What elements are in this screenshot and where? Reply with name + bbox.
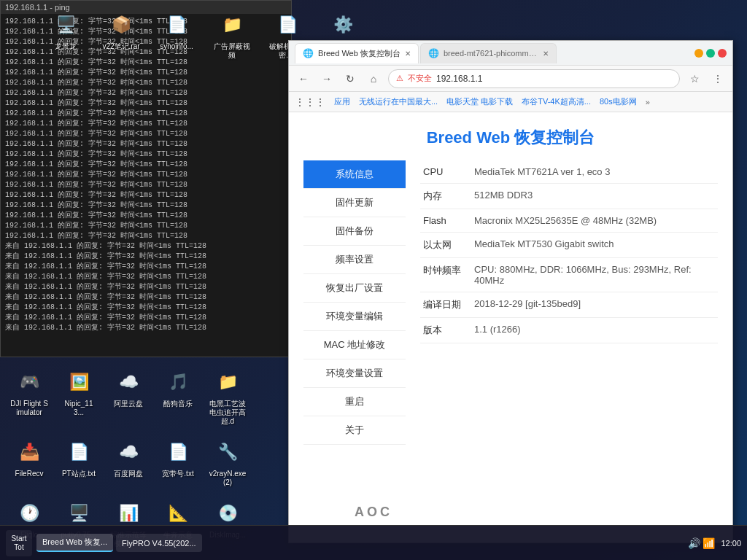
icon-label: synoinfo... bbox=[160, 42, 193, 51]
nav-item-restore[interactable]: 恢复出厂设置 bbox=[303, 274, 406, 303]
desktop-icon-v22rar[interactable]: 📦v22笔记.rar bbox=[99, 7, 143, 63]
info-value: 1.1 (r1266) bbox=[474, 324, 715, 337]
forward-button[interactable]: → bbox=[318, 70, 336, 88]
menu-button[interactable]: ⋮ bbox=[709, 70, 727, 88]
desktop-icon-baidu[interactable]: ☁️百度网盘 bbox=[107, 435, 150, 490]
bookmark-button[interactable]: ☆ bbox=[686, 70, 703, 88]
terminal-line: 192.168.1.1 的回复: 字节=32 时间<1ms TTL=128 bbox=[5, 170, 287, 180]
taskbar-app-flypro[interactable]: FlyPRO V4.55(202... bbox=[116, 534, 202, 552]
terminal-line: 192.168.1.1 的回复: 字节=32 时间<1ms TTL=128 bbox=[5, 190, 287, 201]
icon-image: 📁 bbox=[213, 368, 242, 397]
desktop-icon-music[interactable]: 🎵酷狗音乐 bbox=[156, 365, 200, 429]
bookmarks-bar: ⋮⋮⋮应用无线运行在中国最大...电影天堂 电影下载布谷TV-4K超高清...8… bbox=[289, 92, 732, 112]
bookmark-item[interactable]: 布谷TV-4K超高清... bbox=[522, 96, 591, 107]
taskbar: Start Tot Breed Web 恢复...FlyPRO V4.55(20… bbox=[0, 525, 747, 560]
icon-image: 🕐 bbox=[15, 499, 44, 528]
page-title: Breed Web 恢复控制台 bbox=[289, 112, 732, 160]
icon-label: 龙景龙 bbox=[55, 42, 77, 51]
bookmark-item[interactable]: 80s电影网 bbox=[600, 96, 637, 107]
tab-close-icon[interactable]: ✕ bbox=[405, 50, 411, 58]
info-row: FlashMacronix MX25L25635E @ 48MHz (32MB) bbox=[420, 209, 718, 233]
terminal-line: 192.168.1.1 的回复: 字节=32 时间<1ms TTL=128 bbox=[5, 149, 287, 160]
terminal-line: 192.168.1.1 的回复: 字节=32 时间<1ms TTL=128 bbox=[5, 98, 287, 109]
address-bar[interactable]: ⚠ 不安全 192.168.1.1 bbox=[388, 69, 680, 88]
desktop-icon-nipic[interactable]: 🖼️Nipic_113... bbox=[57, 365, 101, 429]
tray-icons: 🔊 📶 bbox=[688, 537, 716, 549]
tab-close-icon[interactable]: ✕ bbox=[543, 50, 549, 58]
start-label: Start Tot bbox=[6, 534, 32, 552]
icon-image: 🎵 bbox=[163, 368, 193, 397]
nav-item-reboot[interactable]: 重启 bbox=[303, 388, 406, 416]
nav-item-about[interactable]: 关于 bbox=[303, 416, 406, 445]
terminal-line: 来自 192.168.1.1 的回复: 字节=32 时间<1ms TTL=128 bbox=[5, 292, 287, 303]
desktop-icon-synoinfo[interactable]: 📄synoinfo... bbox=[155, 7, 198, 63]
home-button[interactable]: ⌂ bbox=[365, 70, 382, 88]
close-button[interactable] bbox=[718, 49, 727, 58]
info-label: 编译日期 bbox=[423, 298, 474, 311]
apps-button[interactable]: ⋮⋮⋮ bbox=[295, 96, 325, 108]
nav-item-mac[interactable]: MAC 地址修改 bbox=[303, 331, 406, 359]
browser-titlebar: 🌐Breed Web 恢复控制台✕🌐breed-mt7621-phicomm-k… bbox=[289, 41, 732, 66]
info-row: 时钟频率CPU: 880MHz, DDR: 1066MHz, Bus: 293M… bbox=[420, 258, 718, 292]
icon-image: 📄 bbox=[163, 438, 193, 467]
desktop-icon-aliyun[interactable]: ☁️阿里云盘 bbox=[107, 365, 150, 429]
icon-label: 百度网盘 bbox=[114, 470, 143, 478]
tab-favicon: 🌐 bbox=[428, 48, 439, 58]
terminal-line: 192.168.1.1 的回复: 字节=32 时间<1ms TTL=128 bbox=[5, 119, 287, 129]
back-button[interactable]: ← bbox=[295, 70, 312, 88]
terminal-line: 来自 192.168.1.1 的回复: 字节=32 时间<1ms TTL=128 bbox=[5, 272, 287, 282]
page-body: 系统信息固件更新固件备份频率设置恢复出厂设置环境变量编辑MAC 地址修改环境变量… bbox=[289, 160, 732, 459]
window-controls bbox=[694, 49, 727, 58]
nav-item-freq[interactable]: 频率设置 bbox=[303, 246, 406, 274]
desktop-icon-emuld[interactable]: 📁电黑工艺波电虫追开高超.d bbox=[206, 365, 249, 429]
terminal-line: 192.168.1.1 的回复: 字节=32 时间<1ms TTL=128 bbox=[5, 221, 287, 231]
info-row: 编译日期2018-12-29 [git-135bed9] bbox=[420, 292, 718, 318]
browser-tab-tab2[interactable]: 🌐breed-mt7621-phicomm-k2p...✕ bbox=[420, 43, 557, 63]
desktop-icon-pt[interactable]: 📄PT站点.txt bbox=[57, 435, 101, 490]
minimize-button[interactable] bbox=[694, 49, 703, 58]
tab-label: breed-mt7621-phicomm-k2p... bbox=[444, 49, 538, 58]
maximize-button[interactable] bbox=[706, 49, 715, 58]
system-tray: 🔊 📶 12:00 bbox=[688, 537, 741, 549]
terminal-line: 来自 192.168.1.1 的回复: 字节=32 时间<1ms TTL=128 bbox=[5, 303, 287, 313]
terminal-line: 192.168.1.1 的回复: 字节=32 时间<1ms TTL=128 bbox=[5, 88, 287, 98]
start-button[interactable]: Start Tot bbox=[6, 530, 32, 556]
browser-tabs: 🌐Breed Web 恢复控制台✕🌐breed-mt7621-phicomm-k… bbox=[295, 43, 690, 63]
icon-image: 📄 bbox=[64, 438, 93, 467]
browser-window: 🌐Breed Web 恢复控制台✕🌐breed-mt7621-phicomm-k… bbox=[288, 40, 733, 543]
icon-image: 💿 bbox=[213, 499, 242, 528]
desktop-icon-v2ray[interactable]: 🔧v2rayN.exe(2) bbox=[206, 435, 249, 490]
desktop-icon-advert[interactable]: 📁广告屏蔽视频 bbox=[210, 7, 254, 63]
nav-item-firmware-update[interactable]: 固件更新 bbox=[303, 189, 406, 217]
bookmarks-more-icon[interactable]: » bbox=[646, 98, 650, 106]
nav-item-env-edit[interactable]: 环境变量编辑 bbox=[303, 303, 406, 331]
nav-item-sysinfo[interactable]: 系统信息 bbox=[303, 160, 406, 189]
desktop-icon-dji[interactable]: 🎮DJI Flight Simulator bbox=[7, 365, 51, 429]
browser-tab-tab1[interactable]: 🌐Breed Web 恢复控制台✕ bbox=[295, 43, 419, 63]
tab-label: Breed Web 恢复控制台 bbox=[318, 48, 400, 59]
bookmark-item[interactable]: 应用 bbox=[334, 96, 350, 107]
terminal-line: 192.168.1.1 的回复: 字节=32 时间<1ms TTL=128 bbox=[5, 68, 287, 78]
info-label: 版本 bbox=[423, 324, 474, 337]
icon-image: 📊 bbox=[114, 499, 143, 528]
icon-label: 广告屏蔽视频 bbox=[213, 42, 251, 60]
taskbar-app-browser[interactable]: Breed Web 恢复... bbox=[36, 534, 113, 552]
desktop-icon-kwzf[interactable]: 📄宽带号.txt bbox=[156, 435, 200, 490]
icon-image: 🎮 bbox=[15, 368, 44, 397]
desktop-icon-longjing[interactable]: 🖥️龙景龙 bbox=[44, 7, 88, 63]
bookmark-item[interactable]: 无线运行在中国最大... bbox=[359, 96, 438, 107]
reload-button[interactable]: ↻ bbox=[341, 70, 359, 88]
terminal-line: 来自 192.168.1.1 的回复: 字节=32 时间<1ms TTL=128 bbox=[5, 252, 287, 262]
info-label: CPU bbox=[423, 166, 474, 177]
icon-label: v2rayN.exe(2) bbox=[209, 470, 247, 487]
nav-item-firmware-backup[interactable]: 固件备份 bbox=[303, 217, 406, 246]
bookmark-item[interactable]: 电影天堂 电影下载 bbox=[446, 96, 513, 107]
icon-image: ⚙️ bbox=[328, 10, 357, 39]
terminal-line: 192.168.1.1 的回复: 字节=32 时间<1ms TTL=128 bbox=[5, 201, 287, 211]
browser-content: Breed Web 恢复控制台 系统信息固件更新固件备份频率设置恢复出厂设置环境… bbox=[289, 112, 732, 542]
icon-label: Nipic_113... bbox=[60, 400, 98, 417]
info-row: CPUMediaTek MT7621A ver 1, eco 3 bbox=[420, 160, 718, 184]
desktop-icon-filerecv[interactable]: 📥FileRecv bbox=[7, 435, 51, 490]
nav-item-env-set[interactable]: 环境变量设置 bbox=[303, 359, 406, 388]
icon-image: 📥 bbox=[15, 438, 44, 467]
